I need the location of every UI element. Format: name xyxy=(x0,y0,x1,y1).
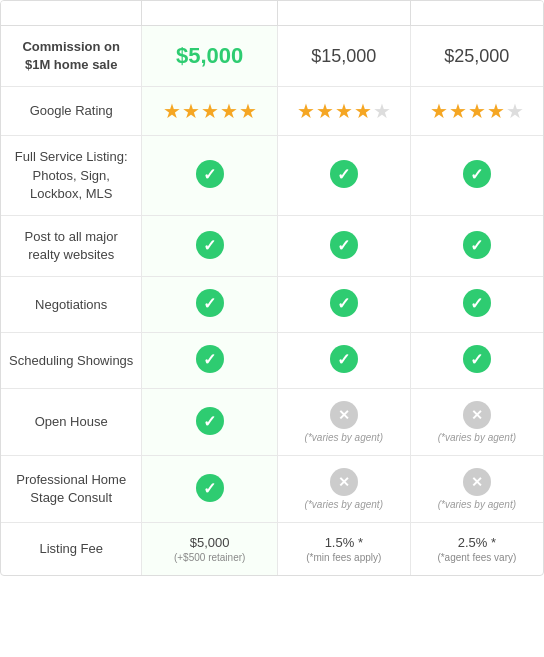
table-row: Professional Home Stage Consult (*varies… xyxy=(1,456,543,523)
exp-cell xyxy=(410,333,543,389)
listing-fee-sub: (+$500 retainer) xyxy=(150,552,269,563)
listing-fee: 2.5% *(*agent fees vary) xyxy=(419,535,535,563)
table-row: Google Rating★★★★★★★★★★★★★★★ xyxy=(1,87,543,136)
check-icon xyxy=(196,345,224,373)
star-full-icon: ★ xyxy=(297,99,315,123)
comparison-table: Commission on $1M home sale$5,000$15,000… xyxy=(0,0,544,576)
listing-fee: 1.5% *(*min fees apply) xyxy=(286,535,402,563)
redfin-cell xyxy=(277,136,410,216)
varies-cell: (*varies by agent) xyxy=(286,401,402,443)
ca-cell xyxy=(142,456,278,523)
feature-label: Google Rating xyxy=(1,87,142,136)
feature-label: Professional Home Stage Consult xyxy=(1,456,142,523)
check-icon xyxy=(463,289,491,317)
redfin-cell xyxy=(277,333,410,389)
exp-cell xyxy=(410,215,543,276)
x-icon xyxy=(330,468,358,496)
feature-label-bold: Commission on $1M home sale xyxy=(22,39,120,72)
check-icon xyxy=(196,407,224,435)
redfin-cell xyxy=(277,215,410,276)
col-header-exp xyxy=(410,1,543,26)
x-icon xyxy=(330,401,358,429)
col-header-feature xyxy=(1,1,142,26)
feature-label: Scheduling Showings xyxy=(1,333,142,389)
star-full-icon: ★ xyxy=(468,99,486,123)
varies-text: (*varies by agent) xyxy=(438,432,516,443)
star-full-icon: ★ xyxy=(163,99,181,123)
varies-text: (*varies by agent) xyxy=(305,432,383,443)
star-empty-icon: ★ xyxy=(506,99,524,123)
ca-cell xyxy=(142,215,278,276)
x-icon xyxy=(463,401,491,429)
redfin-cell: $15,000 xyxy=(277,26,410,87)
feature-label: Full Service Listing: Photos, Sign, Lock… xyxy=(1,136,142,216)
check-icon xyxy=(330,345,358,373)
table-row: Open House (*varies by agent) (*varies b… xyxy=(1,389,543,456)
table-row: Negotiations xyxy=(1,277,543,333)
exp-cell xyxy=(410,277,543,333)
table-row: Full Service Listing: Photos, Sign, Lock… xyxy=(1,136,543,216)
star-full-icon: ★ xyxy=(449,99,467,123)
star-half-icon: ★ xyxy=(354,99,372,123)
check-icon xyxy=(196,231,224,259)
check-icon xyxy=(463,231,491,259)
ca-cell xyxy=(142,136,278,216)
star-full-icon: ★ xyxy=(182,99,200,123)
listing-fee-sub: (*min fees apply) xyxy=(286,552,402,563)
redfin-cell: (*varies by agent) xyxy=(277,389,410,456)
redfin-cell xyxy=(277,277,410,333)
ca-cell xyxy=(142,333,278,389)
star-full-icon: ★ xyxy=(335,99,353,123)
price-value: $25,000 xyxy=(444,46,509,66)
varies-cell: (*varies by agent) xyxy=(419,468,535,510)
table-row: Listing Fee$5,000(+$500 retainer)1.5% *(… xyxy=(1,523,543,576)
varies-text: (*varies by agent) xyxy=(305,499,383,510)
check-icon xyxy=(330,160,358,188)
star-full-icon: ★ xyxy=(430,99,448,123)
varies-cell: (*varies by agent) xyxy=(286,468,402,510)
check-icon xyxy=(196,289,224,317)
feature-label: Open House xyxy=(1,389,142,456)
exp-cell: (*varies by agent) xyxy=(410,456,543,523)
price-value: $15,000 xyxy=(311,46,376,66)
price-value: $5,000 xyxy=(176,43,243,68)
star-full-icon: ★ xyxy=(487,99,505,123)
check-icon xyxy=(196,160,224,188)
exp-cell: 2.5% *(*agent fees vary) xyxy=(410,523,543,576)
check-icon xyxy=(330,231,358,259)
table-row: Post to all major realty websites xyxy=(1,215,543,276)
ca-cell xyxy=(142,389,278,456)
exp-cell: (*varies by agent) xyxy=(410,389,543,456)
ca-cell: ★★★★★ xyxy=(142,87,278,136)
star-empty-icon: ★ xyxy=(373,99,391,123)
star-full-icon: ★ xyxy=(316,99,334,123)
redfin-cell: (*varies by agent) xyxy=(277,456,410,523)
check-icon xyxy=(463,345,491,373)
col-header-ca xyxy=(142,1,278,26)
redfin-cell: 1.5% *(*min fees apply) xyxy=(277,523,410,576)
feature-label: Post to all major realty websites xyxy=(1,215,142,276)
varies-text: (*varies by agent) xyxy=(438,499,516,510)
col-header-redfin xyxy=(277,1,410,26)
feature-label: Negotiations xyxy=(1,277,142,333)
star-full-icon: ★ xyxy=(220,99,238,123)
redfin-cell: ★★★★★ xyxy=(277,87,410,136)
ca-cell: $5,000(+$500 retainer) xyxy=(142,523,278,576)
check-icon xyxy=(463,160,491,188)
exp-cell: ★★★★★ xyxy=(410,87,543,136)
exp-cell: $25,000 xyxy=(410,26,543,87)
check-icon xyxy=(196,474,224,502)
table-row: Commission on $1M home sale$5,000$15,000… xyxy=(1,26,543,87)
feature-label: Listing Fee xyxy=(1,523,142,576)
listing-fee: $5,000(+$500 retainer) xyxy=(150,535,269,563)
ca-cell: $5,000 xyxy=(142,26,278,87)
table-row: Scheduling Showings xyxy=(1,333,543,389)
varies-cell: (*varies by agent) xyxy=(419,401,535,443)
exp-cell xyxy=(410,136,543,216)
check-icon xyxy=(330,289,358,317)
star-full-icon: ★ xyxy=(201,99,219,123)
star-full-icon: ★ xyxy=(239,99,257,123)
x-icon xyxy=(463,468,491,496)
feature-label: Commission on $1M home sale xyxy=(1,26,142,87)
ca-cell xyxy=(142,277,278,333)
